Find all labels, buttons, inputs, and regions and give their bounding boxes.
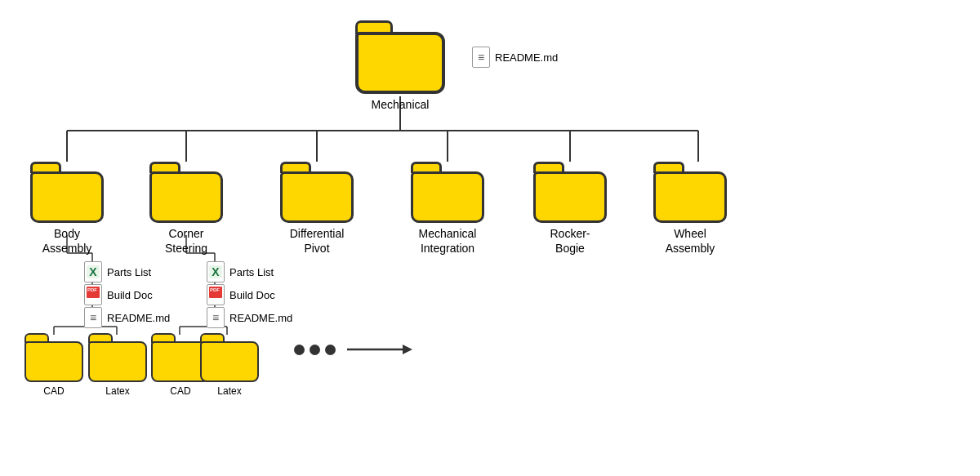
folder-mech-int-icon <box>411 162 484 223</box>
corner-build-label: Build Doc <box>229 289 275 301</box>
folder-body-latex-label: Latex <box>105 385 129 398</box>
folder-rocker-icon <box>533 162 607 223</box>
folder-body-latex[interactable]: Latex <box>88 333 147 398</box>
folder-body-icon <box>30 162 104 223</box>
body-parts-label: Parts List <box>107 266 151 278</box>
folder-corner-icon <box>149 162 223 223</box>
arrow-icon <box>347 341 412 358</box>
diagram: Mechanical README.md BodyAssembly Corner… <box>0 0 980 476</box>
folder-corner-latex-label: Latex <box>217 385 241 398</box>
folder-wheel-icon <box>653 162 727 223</box>
body-build-doc[interactable]: Build Doc <box>84 284 153 305</box>
folder-mechanical-label: Mechanical <box>372 97 430 112</box>
corner-parts-label: Parts List <box>229 266 274 278</box>
connector-lines <box>0 0 980 476</box>
folder-rocker-label: Rocker-Bogie <box>550 226 590 256</box>
folder-corner-latex[interactable]: Latex <box>200 333 259 398</box>
body-readme[interactable]: README.md <box>84 307 170 328</box>
corner-readme-label: README.md <box>229 312 292 324</box>
corner-parts-list[interactable]: Parts List <box>207 261 274 282</box>
folder-body-latex-icon <box>88 333 147 382</box>
pdf-icon-body-build <box>84 284 102 305</box>
corner-readme[interactable]: README.md <box>207 307 292 328</box>
folder-rocker-bogie[interactable]: Rocker-Bogie <box>533 162 607 256</box>
folder-diff-label: DifferentialPivot <box>290 226 345 256</box>
body-build-label: Build Doc <box>107 289 153 301</box>
dot-2 <box>310 345 320 355</box>
dots-and-arrow <box>294 341 412 358</box>
excel-icon-body-parts <box>84 261 102 282</box>
pdf-icon-corner-build <box>207 284 225 305</box>
excel-icon-corner-parts <box>207 261 225 282</box>
folder-corner-label: CornerSteering <box>165 226 207 256</box>
folder-mechanical-icon <box>355 20 445 94</box>
folder-corner-cad-label: CAD <box>170 385 190 398</box>
body-parts-list[interactable]: Parts List <box>84 261 151 282</box>
root-readme[interactable]: README.md <box>472 47 558 68</box>
folder-wheel-label: WheelAssembly <box>666 226 715 256</box>
svg-marker-29 <box>403 345 412 354</box>
root-readme-label: README.md <box>495 51 558 64</box>
corner-build-doc[interactable]: Build Doc <box>207 284 275 305</box>
folder-body-cad-label: CAD <box>43 385 64 398</box>
folder-mechanical[interactable]: Mechanical <box>355 20 445 112</box>
folder-differential-pivot[interactable]: DifferentialPivot <box>280 162 354 256</box>
folder-corner-steering[interactable]: CornerSteering <box>149 162 223 256</box>
folder-mech-int-label: MechanicalIntegration <box>419 226 477 256</box>
folder-diff-icon <box>280 162 354 223</box>
readme-icon <box>472 47 490 68</box>
readme-icon-body <box>84 307 102 328</box>
dot-1 <box>294 345 305 355</box>
folder-corner-latex-icon <box>200 333 259 382</box>
folder-body-assembly[interactable]: BodyAssembly <box>30 162 104 256</box>
folder-body-label: BodyAssembly <box>42 226 92 256</box>
readme-icon-corner <box>207 307 225 328</box>
body-readme-label: README.md <box>107 312 170 324</box>
folder-mechanical-integration[interactable]: MechanicalIntegration <box>411 162 484 256</box>
dot-3 <box>325 345 336 355</box>
folder-body-cad-icon <box>24 333 83 382</box>
folder-wheel-assembly[interactable]: WheelAssembly <box>653 162 727 256</box>
folder-body-cad[interactable]: CAD <box>24 333 83 398</box>
